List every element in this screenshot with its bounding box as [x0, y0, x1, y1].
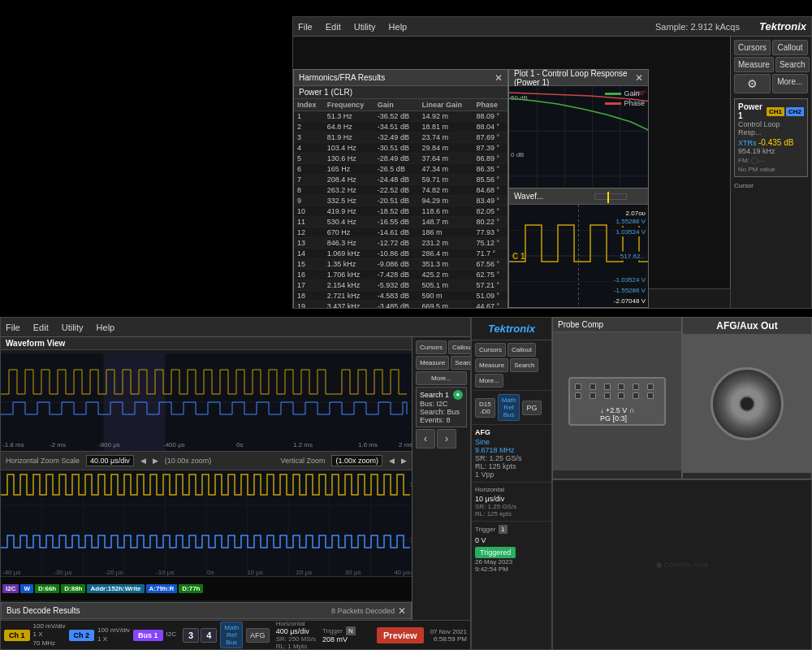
harmonics-close-button[interactable]: ✕	[495, 72, 503, 84]
math-ref-button[interactable]: Math Ref Bus	[498, 394, 520, 421]
harm-freq: 64.8 Hz	[324, 122, 374, 132]
bl-ch2-detail: 100 mV/div 1 X	[97, 626, 130, 644]
br-cursors-button[interactable]: Cursors	[475, 343, 506, 357]
bl-more-button[interactable]: More...	[416, 371, 467, 385]
triggered-button[interactable]: Triggered	[475, 547, 516, 558]
phase-legend: Phase	[624, 99, 645, 107]
harmonics-row: 5 130.6 Hz -28.49 dB 37.64 m 86.89 °	[294, 154, 508, 164]
zoom-arrow-left[interactable]: ◀	[140, 457, 146, 465]
harm-gain: -4.583 dB	[374, 291, 419, 301]
harm-index: 8	[294, 185, 324, 196]
plot1-close-button[interactable]: ✕	[635, 72, 643, 84]
harmonics-title: Harmonics/FRA Results	[299, 73, 495, 82]
harm-phase: 71.7 °	[473, 249, 508, 259]
zoom-v-arrow-right[interactable]: ▶	[401, 457, 407, 465]
horizontal-section: Horizontal 10 μs/div SR: 1.25 GS/s RL: 1…	[472, 483, 551, 522]
time-label-neg30: -30 μs	[54, 569, 71, 576]
harm-gain: -12.72 dB	[374, 238, 419, 249]
overview-svg: -1.8 ms -2 ms -800 μs -400 μs 0s 1.2 ms …	[1, 353, 412, 451]
cursor-display: Cursor	[734, 182, 808, 189]
bl-cursors-button[interactable]: Cursors	[416, 340, 447, 354]
bl-menu-utility[interactable]: Utility	[62, 323, 84, 332]
afg-freq: 9.6718 MHz	[475, 446, 548, 454]
bl-preview-section: Preview	[377, 627, 424, 644]
bl-measure-button[interactable]: Measure	[416, 356, 449, 370]
harm-index: 3	[294, 132, 324, 143]
cursors-button[interactable]: Cursors	[734, 40, 771, 55]
nav-next-button[interactable]: ›	[437, 429, 456, 448]
harm-linear: 425.2 m	[419, 270, 473, 280]
harm-index: 9	[294, 196, 324, 206]
preview-button[interactable]: Preview	[377, 627, 424, 644]
bl-menu-help[interactable]: Help	[97, 323, 115, 332]
probe-pin-7	[575, 392, 581, 399]
power1-subtitle: Control Loop Resp...	[738, 120, 804, 136]
menu-file[interactable]: File	[298, 22, 313, 32]
nav-prev-button[interactable]: ‹	[416, 429, 435, 448]
br-measure-button[interactable]: Measure	[475, 358, 508, 372]
callout-button[interactable]: Callout	[772, 40, 808, 55]
harm-index: 18	[294, 291, 324, 301]
harm-linear: 669.5 m	[419, 301, 473, 309]
harm-freq: 81.9 Hz	[324, 132, 374, 143]
harm-gain: -16.55 dB	[374, 217, 419, 228]
harmonics-row: 17 2.154 kHz -5.932 dB 505.1 m 57.21 °	[294, 280, 508, 291]
ch2-box: CH2	[786, 107, 804, 116]
harm-index: 11	[294, 217, 324, 228]
afg-sr: SR: 1.25 GS/s	[475, 454, 548, 462]
settings-icon-button[interactable]: ⚙	[734, 74, 771, 93]
harmonics-row: 14 1.069 kHz -10.86 dB 286.4 m 71.7 °	[294, 249, 508, 259]
probe-pin-6	[647, 384, 654, 390]
volt-517: 517.62...	[620, 252, 646, 261]
probe-comp-area: ↓ +2.5 V ∩ PG [0:3]	[553, 332, 681, 470]
br-top-controls: Cursors Callout Measure Search More...	[472, 340, 551, 391]
menu-edit[interactable]: Edit	[326, 22, 341, 32]
harm-gain: -32.49 dB	[374, 132, 419, 143]
waveform-window: Wavef... C 1	[508, 188, 649, 308]
pg-button[interactable]: PG	[522, 401, 541, 415]
afg-rl: RL: 125 kpts	[475, 462, 548, 470]
waveform-title: Wavef...	[514, 192, 579, 201]
harm-linear: 29.84 m	[419, 143, 473, 154]
harmonics-row: 15 1.35 kHz -9.086 dB 351.3 m 67.56 °	[294, 259, 508, 270]
zoom-controls: Horizontal Zoom Scale 40.00 μs/div ◀ ▶ (…	[1, 451, 412, 470]
packets-decoded: 8 Packets Decoded	[331, 607, 395, 615]
waveform-titlebar: Wavef...	[509, 188, 648, 205]
svg-text:0s: 0s	[236, 441, 243, 448]
afg-button-bl[interactable]: AFG	[246, 628, 270, 643]
br-callout-button[interactable]: Callout	[508, 343, 536, 357]
harmonics-row: 9 332.5 Hz -20.51 dB 94.29 m 83.49 °	[294, 196, 508, 206]
bottom-center-panel: Tektronix Cursors Callout Measure Search…	[471, 317, 552, 650]
harm-phase: 62.75 °	[473, 270, 508, 280]
harm-linear: 18.81 m	[419, 122, 473, 132]
d15-button[interactable]: D15 -D0	[475, 398, 495, 418]
harm-freq: 2.721 kHz	[324, 291, 374, 301]
probe-pin-11	[633, 392, 639, 399]
harm-phase: 77.93 °	[473, 228, 508, 238]
bl-menu-edit[interactable]: Edit	[33, 323, 49, 332]
menu-utility[interactable]: Utility	[354, 22, 376, 32]
harm-gain: -3.485 dB	[374, 301, 419, 309]
search-button[interactable]: Search	[775, 57, 810, 72]
probe-comp-title: Probe Comp	[553, 318, 681, 332]
br-more-button[interactable]: More...	[475, 374, 503, 388]
measure-button[interactable]: Measure	[734, 57, 774, 72]
bus-decode-close[interactable]: ✕	[398, 605, 406, 617]
more-button[interactable]: More...	[772, 74, 809, 93]
harm-index: 13	[294, 238, 324, 249]
harm-linear: 14.92 m	[419, 111, 473, 122]
trigger-n: 1	[499, 525, 507, 534]
harm-phase: 87.69 °	[473, 132, 508, 143]
zoom-arrow-right[interactable]: ▶	[153, 457, 158, 465]
br-cursors-callout: Cursors Callout	[475, 343, 536, 357]
br-search-button[interactable]: Search	[510, 358, 538, 372]
i2c-decode-bar: I2C W D:66h D:88h Addr:152h:Write A:79h:…	[1, 576, 412, 600]
bl-menu-file[interactable]: File	[6, 323, 20, 332]
harmonics-row: 11 530.4 Hz -16.55 dB 148.7 m 80.22 °	[294, 217, 508, 228]
math-ref-bus[interactable]: Math Ref Bus	[220, 622, 243, 648]
num-3-button[interactable]: 3	[183, 628, 199, 643]
zoom-v-arrow-left[interactable]: ◀	[389, 457, 395, 465]
harm-phase: 86.35 °	[473, 164, 508, 175]
num-4-button[interactable]: 4	[201, 628, 217, 643]
menu-help[interactable]: Help	[389, 22, 408, 32]
